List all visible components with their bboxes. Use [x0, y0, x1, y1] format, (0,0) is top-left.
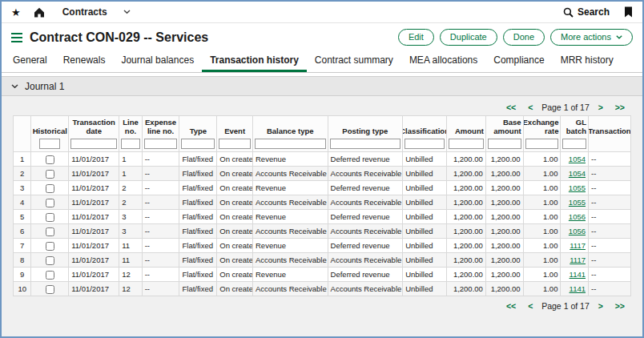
filter-input-base[interactable] [488, 139, 521, 149]
tab-journal-balances[interactable]: Journal balances [113, 49, 202, 72]
column-header-num[interactable] [14, 116, 31, 152]
more-actions-button[interactable]: More actions [550, 29, 633, 46]
home-icon[interactable] [34, 7, 45, 18]
column-header-gl[interactable]: GL batch [561, 116, 589, 152]
prev-page-button[interactable]: < [528, 103, 533, 112]
gl-batch-link[interactable]: 1141 [570, 270, 586, 279]
filter-input-line[interactable] [121, 139, 139, 149]
gl-batch-link[interactable]: 1117 [570, 256, 586, 264]
gl-batch-link[interactable]: 1054 [569, 155, 586, 163]
cell-historical [31, 152, 69, 167]
tab-contract-summary[interactable]: Contract summary [307, 49, 401, 72]
gl-batch-link[interactable]: 1117 [570, 241, 586, 250]
column-header-class[interactable]: Classification [403, 116, 447, 152]
filter-input-expense[interactable] [144, 139, 178, 149]
gl-batch-link[interactable]: 1056 [569, 212, 586, 221]
table-row[interactable]: 411/01/20172--Flat/fixedOn createAccount… [14, 195, 631, 210]
bookmark-icon[interactable] [624, 6, 633, 18]
table-row[interactable]: 711/01/201711--Flat/fixedOn createRevenu… [14, 239, 631, 253]
historical-checkbox[interactable] [46, 184, 54, 193]
gl-batch-link[interactable]: 1055 [569, 183, 586, 192]
duplicate-button[interactable]: Duplicate [440, 29, 497, 46]
filter-input-type[interactable] [181, 139, 215, 149]
table-row[interactable]: 611/01/20173--Flat/fixedOn createAccount… [14, 224, 631, 239]
historical-checkbox[interactable] [46, 213, 54, 222]
historical-checkbox[interactable] [46, 199, 54, 207]
filter-input-posting[interactable] [330, 139, 401, 149]
cell-class: Unbilled [403, 253, 447, 268]
gl-batch-link[interactable]: 1056 [569, 227, 586, 235]
tab-transaction-history[interactable]: Transaction history [202, 49, 307, 72]
table-row[interactable]: 1011/01/201712--Flat/fixedOn createAccou… [14, 282, 631, 296]
search-button[interactable]: Search [563, 6, 610, 18]
cell-historical [31, 224, 69, 239]
table-row[interactable]: 811/01/201711--Flat/fixedOn createAccoun… [14, 253, 631, 268]
tab-compliance[interactable]: Compliance [485, 49, 552, 72]
table-row[interactable]: 211/01/20171--Flat/fixedOn createAccount… [14, 167, 631, 181]
gl-batch-link[interactable]: 1055 [569, 198, 586, 207]
column-header-balance[interactable]: Balance type [253, 116, 328, 152]
historical-checkbox[interactable] [46, 271, 54, 280]
column-header-base[interactable]: Base amount [485, 116, 523, 152]
app-menu-contracts[interactable]: Contracts [62, 6, 131, 18]
column-header-amount[interactable]: Amount [447, 116, 486, 152]
column-header-expense[interactable]: Expense line no. [142, 116, 179, 152]
filter-input-rate[interactable] [525, 139, 559, 149]
cell-txn: -- [589, 167, 631, 181]
table-row[interactable]: 311/01/20172--Flat/fixedOn createRevenue… [14, 181, 631, 195]
column-header-line[interactable]: Line no. [119, 116, 142, 152]
column-header-date[interactable]: Transaction date [69, 116, 119, 152]
historical-checkbox[interactable] [46, 256, 54, 265]
prev-page-button[interactable]: < [528, 301, 533, 311]
last-page-button[interactable]: >> [615, 103, 625, 112]
historical-checkbox[interactable] [46, 227, 54, 236]
favorites-star-icon[interactable]: ★ [11, 7, 21, 18]
tab-general[interactable]: General [5, 49, 55, 72]
cell-amount: 1,200.00 [447, 152, 486, 167]
journal-section-header[interactable]: Journal 1 [2, 76, 642, 96]
cell-gl: 1055 [561, 195, 589, 210]
table-row[interactable]: 511/01/20173--Flat/fixedOn createRevenue… [14, 210, 631, 224]
tab-mrr-history[interactable]: MRR history [553, 49, 622, 72]
filter-input-historical[interactable] [39, 139, 60, 149]
edit-button[interactable]: Edit [398, 29, 434, 46]
gl-batch-link[interactable]: 1141 [570, 284, 586, 293]
filter-input-balance[interactable] [255, 139, 326, 149]
cell-line: 12 [119, 282, 142, 296]
historical-checkbox[interactable] [46, 170, 54, 179]
cell-balance: Accounts Receivable [253, 224, 328, 239]
filter-input-gl[interactable] [562, 139, 586, 149]
cell-date: 11/01/2017 [69, 268, 119, 282]
tab-bar: General Renewals Journal balances Transa… [2, 49, 642, 73]
done-button[interactable]: Done [503, 29, 545, 46]
historical-checkbox[interactable] [46, 242, 54, 251]
next-page-button[interactable]: > [598, 103, 603, 112]
table-row[interactable]: 911/01/201712--Flat/fixedOn createRevenu… [14, 268, 631, 282]
table-row[interactable]: 111/01/20171--Flat/fixedOn createRevenue… [14, 152, 631, 167]
cell-posting: Accounts Receivable [328, 195, 403, 210]
filter-input-amount[interactable] [449, 139, 484, 149]
next-page-button[interactable]: > [598, 301, 603, 311]
historical-checkbox[interactable] [46, 155, 54, 164]
filter-input-event[interactable] [219, 139, 251, 149]
column-header-historical[interactable]: Historical [31, 116, 69, 152]
cell-line: 12 [119, 268, 142, 282]
filter-input-class[interactable] [405, 139, 445, 149]
cell-txn: -- [589, 210, 631, 224]
column-header-event[interactable]: Event [217, 116, 253, 152]
record-list-icon[interactable] [11, 33, 22, 42]
column-header-rate[interactable]: Exchange rate [523, 116, 561, 152]
tab-renewals[interactable]: Renewals [55, 49, 114, 72]
column-header-type[interactable]: Type [179, 116, 217, 152]
column-header-posting[interactable]: Posting type [328, 116, 403, 152]
cell-date: 11/01/2017 [69, 282, 119, 296]
historical-checkbox[interactable] [46, 285, 54, 294]
first-page-button[interactable]: << [506, 301, 516, 311]
cell-type: Flat/fixed [179, 253, 217, 268]
gl-batch-link[interactable]: 1054 [569, 169, 586, 178]
first-page-button[interactable]: << [506, 103, 516, 112]
tab-mea-allocations[interactable]: MEA allocations [401, 49, 485, 72]
last-page-button[interactable]: >> [615, 301, 625, 311]
column-header-txn[interactable]: Transaction [589, 116, 631, 152]
filter-input-date[interactable] [70, 139, 117, 149]
